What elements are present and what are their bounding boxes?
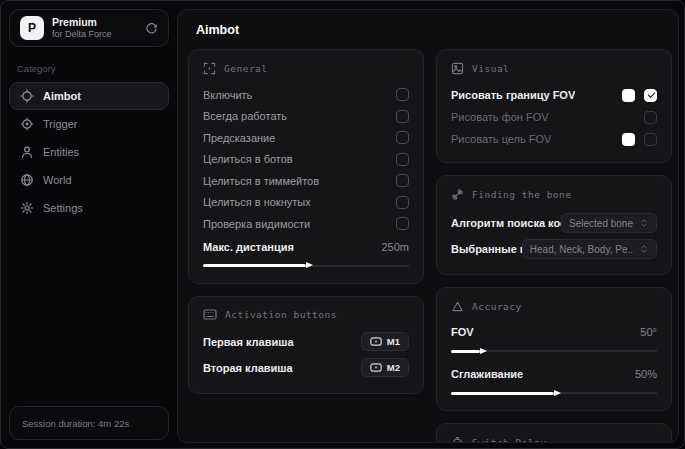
brand-title: Premium xyxy=(52,16,112,29)
visibility-check-checkbox[interactable] xyxy=(396,217,409,230)
target-icon xyxy=(20,117,34,131)
person-icon xyxy=(20,145,34,159)
panel-title: Switch Delay xyxy=(472,437,547,443)
sidebar-item-label: Trigger xyxy=(43,118,77,130)
panel-title: Activation buttons xyxy=(225,309,337,320)
sidebar-item-world[interactable]: World xyxy=(9,166,169,194)
keybind-label: Первая клавиша xyxy=(203,336,294,348)
brand-logo: P xyxy=(20,16,44,40)
setting-row: Целиться в тиммейтов xyxy=(203,170,409,192)
keyboard-icon xyxy=(203,309,217,320)
slider-value: 50% xyxy=(635,368,657,380)
mouse-icon xyxy=(370,337,382,346)
setting-row: Всегда работать xyxy=(203,106,409,128)
smoothing-slider[interactable] xyxy=(451,388,657,398)
bone-row: Алгоритм поиска костей Selected bone xyxy=(451,210,657,236)
sync-icon[interactable] xyxy=(145,22,158,35)
brand-card: P Premium for Delta Force xyxy=(9,9,169,47)
selected-bones-label: Выбранные кости xyxy=(451,243,522,255)
second-key-button[interactable]: M2 xyxy=(361,358,409,377)
panel-title: Finding the bone xyxy=(472,189,572,200)
enable-checkbox[interactable] xyxy=(396,88,409,101)
always-work-checkbox[interactable] xyxy=(396,110,409,123)
select-value: Head, Neck, Body, Pe.. xyxy=(530,244,633,255)
main-content: Aimbot General Включить Всегда работать xyxy=(177,9,679,443)
sidebar-item-entities[interactable]: Entities xyxy=(9,138,169,166)
setting-label: Целиться в ботов xyxy=(203,153,293,165)
visual-row: Рисовать фон FOV xyxy=(451,106,657,128)
keybind-value: M1 xyxy=(387,336,400,347)
setting-label: Всегда работать xyxy=(203,110,287,122)
setting-row: Целиться в нокнутых xyxy=(203,192,409,214)
selected-bones-select[interactable]: Head, Neck, Body, Pe.. xyxy=(522,239,657,259)
fov-border-color-swatch[interactable] xyxy=(622,89,635,102)
sidebar-item-label: World xyxy=(43,174,72,186)
setting-label: Включить xyxy=(203,89,252,101)
panel-title: Accuracy xyxy=(472,301,522,312)
slider-thumb[interactable] xyxy=(306,262,313,268)
draw-fov-border-checkbox[interactable] xyxy=(644,89,657,102)
draw-fov-target-checkbox[interactable] xyxy=(644,133,657,146)
globe-icon xyxy=(20,173,34,187)
bone-row: Выбранные кости Head, Neck, Body, Pe.. xyxy=(451,236,657,262)
setting-label: Целиться в тиммейтов xyxy=(203,175,319,187)
setting-label: Проверка видимости xyxy=(203,218,310,230)
keybind-value: M2 xyxy=(387,362,400,373)
visual-row: Рисовать цель FOV xyxy=(451,128,657,150)
panel-title: Visual xyxy=(472,63,509,74)
session-duration: Session duration: 4m 22s xyxy=(9,406,169,440)
prediction-checkbox[interactable] xyxy=(396,131,409,144)
target-teammates-checkbox[interactable] xyxy=(396,174,409,187)
max-distance-slider[interactable] xyxy=(203,261,409,271)
unfold-icon xyxy=(639,218,649,228)
switch-delay-panel: Switch Delay Задержка переключения Задер… xyxy=(436,423,672,443)
first-key-button[interactable]: M1 xyxy=(361,332,409,351)
bone-algorithm-select[interactable]: Selected bone xyxy=(561,213,657,233)
mouse-icon xyxy=(370,363,382,372)
app-window: P Premium for Delta Force Category Aimbo… xyxy=(0,0,685,449)
draw-fov-background-checkbox[interactable] xyxy=(644,111,657,124)
target-knocked-checkbox[interactable] xyxy=(396,196,409,209)
keybind-row: Первая клавиша M1 xyxy=(203,329,409,355)
slider-label: FOV xyxy=(451,326,474,338)
fov-slider[interactable] xyxy=(451,346,657,356)
setting-row: Проверка видимости xyxy=(203,213,409,235)
slider-label: Макс. дистанция xyxy=(203,241,294,253)
slider-value: 50° xyxy=(640,326,657,338)
page-title: Aimbot xyxy=(196,23,668,37)
triangle-icon xyxy=(451,300,464,313)
visual-panel: Visual Рисовать границу FOV Рисовать фон… xyxy=(436,49,672,163)
stopwatch-icon xyxy=(451,436,464,443)
sidebar-nav: Aimbot Trigger Entities World Settings xyxy=(9,82,169,222)
sidebar-item-label: Entities xyxy=(43,146,79,158)
visual-label: Рисовать границу FOV xyxy=(451,89,575,101)
activation-buttons-panel: Activation buttons Первая клавиша M1 Вто… xyxy=(188,296,424,394)
target-bots-checkbox[interactable] xyxy=(396,153,409,166)
accuracy-panel: Accuracy FOV 50° Сг xyxy=(436,287,672,411)
slider-label: Сглаживание xyxy=(451,368,523,380)
setting-label: Предсказание xyxy=(203,132,275,144)
smoothing-setting: Сглаживание 50% xyxy=(451,364,657,398)
setting-row: Целиться в ботов xyxy=(203,149,409,171)
setting-row: Включить xyxy=(203,84,409,106)
slider-thumb[interactable] xyxy=(554,390,561,396)
unfold-icon xyxy=(639,244,649,254)
keybind-row: Вторая клавиша M2 xyxy=(203,355,409,381)
visual-label: Рисовать цель FOV xyxy=(451,133,551,145)
sidebar-item-settings[interactable]: Settings xyxy=(9,194,169,222)
finding-bone-panel: Finding the bone Алгоритм поиска костей … xyxy=(436,175,672,275)
general-panel: General Включить Всегда работать Предска… xyxy=(188,49,424,284)
gear-icon xyxy=(20,201,34,215)
image-icon xyxy=(451,62,464,75)
brand-subtitle: for Delta Force xyxy=(52,29,112,40)
slider-thumb[interactable] xyxy=(480,348,487,354)
category-label: Category xyxy=(17,63,161,74)
panel-title: General xyxy=(224,63,268,74)
fov-target-color-swatch[interactable] xyxy=(622,133,635,146)
sidebar-item-trigger[interactable]: Trigger xyxy=(9,110,169,138)
bone-algorithm-label: Алгоритм поиска костей xyxy=(451,217,561,229)
bone-icon xyxy=(451,188,464,201)
sidebar-item-aimbot[interactable]: Aimbot xyxy=(9,82,169,110)
session-duration-text: Session duration: 4m 22s xyxy=(22,418,129,429)
crosshair-icon xyxy=(20,89,34,103)
